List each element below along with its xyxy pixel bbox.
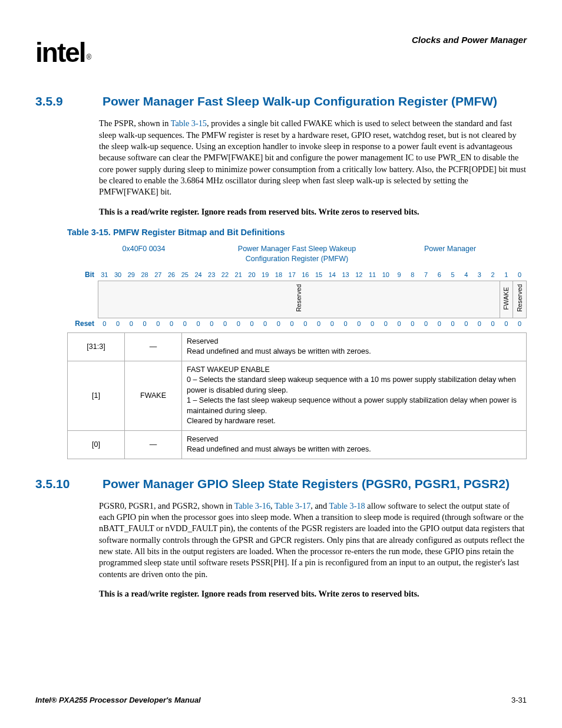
page-number: 3-31: [511, 695, 527, 706]
bit-number: 9: [392, 269, 406, 281]
section-number: 3.5.9: [35, 93, 81, 110]
reset-value: 0: [165, 318, 178, 330]
bit-number: 4: [459, 269, 473, 281]
link-table-3-17[interactable]: Table 3-17: [275, 501, 310, 510]
reset-value: 0: [406, 318, 419, 330]
reset-value: 0: [473, 318, 487, 330]
bit-number: 21: [232, 269, 245, 281]
reset-value: 0: [272, 318, 286, 330]
reset-value: 0: [352, 318, 366, 330]
bit-number: 7: [419, 269, 433, 281]
register-note: This is a read/write register. Ignore re…: [99, 588, 527, 599]
reset-value: 0: [513, 318, 527, 330]
bit-number: 20: [245, 269, 259, 281]
reset-value: 0: [191, 318, 205, 330]
reset-value: 0: [379, 318, 392, 330]
bit-number: 23: [205, 269, 219, 281]
table-row: [31:3] — Reserved Read undefined and mus…: [68, 332, 527, 361]
bit-number: 31: [98, 269, 111, 281]
reset-value: 0: [486, 318, 500, 330]
reset-value: 0: [312, 318, 326, 330]
bit-number: 25: [178, 269, 191, 281]
reset-value: 0: [366, 318, 379, 330]
bit-number: 16: [299, 269, 312, 281]
bit-number: 11: [366, 269, 379, 281]
register-address: 0x40F0 0034: [67, 244, 220, 264]
link-table-3-18[interactable]: Table 3-18: [329, 501, 365, 510]
reset-value: 0: [98, 318, 111, 330]
reset-value: 0: [205, 318, 219, 330]
table-caption: Table 3-15. PMFW Register Bitmap and Bit…: [67, 227, 527, 239]
reset-value: 0: [500, 318, 513, 330]
reset-value: 0: [446, 318, 459, 330]
footer-title: Intel® PXA255 Processor Developer's Manu…: [35, 695, 201, 706]
reset-value: 0: [259, 318, 272, 330]
bit-number: 19: [259, 269, 272, 281]
section-title: Power Manager Fast Sleep Walk-up Configu…: [103, 93, 497, 110]
bit-number: 27: [151, 269, 165, 281]
bit-number: 3: [473, 269, 487, 281]
reset-value: 0: [419, 318, 433, 330]
table-row: [0] — Reserved Read undefined and must a…: [68, 430, 527, 459]
bit-number: 6: [432, 269, 446, 281]
table-row: [1] FWAKE FAST WAKEUP ENABLE 0 – Selects…: [68, 361, 527, 430]
reset-value: 0: [299, 318, 312, 330]
reset-value: 0: [339, 318, 352, 330]
bit-number: 14: [325, 269, 339, 281]
bit-number: 8: [406, 269, 419, 281]
bit-number: 1: [500, 269, 513, 281]
register-bitmap: 0x40F0 0034 Power Manager Fast Sleep Wak…: [67, 244, 527, 459]
reset-value: 0: [124, 318, 138, 330]
bit-number: 15: [312, 269, 326, 281]
bit-field-row: Reserved FWAKE Reserved: [67, 281, 527, 318]
section-paragraph: The PSPR, shown in Table 3-15, provides …: [99, 118, 527, 197]
link-table-3-15[interactable]: Table 3-15: [171, 118, 207, 128]
bit-number: 13: [339, 269, 352, 281]
section-paragraph: PGSR0, PGSR1, and PGSR2, shown in Table …: [99, 500, 527, 580]
bit-number-row: Bit 313029282726252423222120191817161514…: [67, 269, 527, 281]
reset-value: 0: [151, 318, 165, 330]
bit-number: 24: [191, 269, 205, 281]
reset-value: 0: [432, 318, 446, 330]
register-name: Power Manager Fast Sleep Wakeup Configur…: [220, 244, 373, 264]
reset-value: 0: [392, 318, 406, 330]
register-block: Power Manager: [373, 244, 527, 264]
reset-value-row: Reset 00000000000000000000000000000000: [67, 318, 527, 330]
reset-value: 0: [232, 318, 245, 330]
register-note: This is a read/write register. Ignore re…: [99, 206, 527, 218]
bit-number: 12: [352, 269, 366, 281]
bit-number: 2: [486, 269, 500, 281]
bit-number: 29: [124, 269, 138, 281]
bit-number: 22: [219, 269, 232, 281]
bit-number: 26: [165, 269, 178, 281]
bit-number: 17: [285, 269, 299, 281]
bit-number: 0: [513, 269, 527, 281]
section-title: Power Manager GPIO Sleep State Registers…: [103, 476, 510, 492]
reset-value: 0: [111, 318, 125, 330]
chapter-header: Clocks and Power Manager: [412, 34, 527, 46]
bit-number: 30: [111, 269, 125, 281]
section-number: 3.5.10: [35, 476, 81, 492]
reset-value: 0: [325, 318, 339, 330]
intel-logo: intel®: [35, 34, 89, 71]
link-table-3-16[interactable]: Table 3-16: [234, 501, 270, 510]
reset-value: 0: [285, 318, 299, 330]
bit-number: 18: [272, 269, 286, 281]
reset-value: 0: [219, 318, 232, 330]
reset-value: 0: [178, 318, 191, 330]
bit-number: 10: [379, 269, 392, 281]
reset-value: 0: [138, 318, 151, 330]
reset-value: 0: [459, 318, 473, 330]
bit-description-table: [31:3] — Reserved Read undefined and mus…: [67, 332, 527, 459]
bit-number: 28: [138, 269, 151, 281]
bit-number: 5: [446, 269, 459, 281]
reset-value: 0: [245, 318, 259, 330]
